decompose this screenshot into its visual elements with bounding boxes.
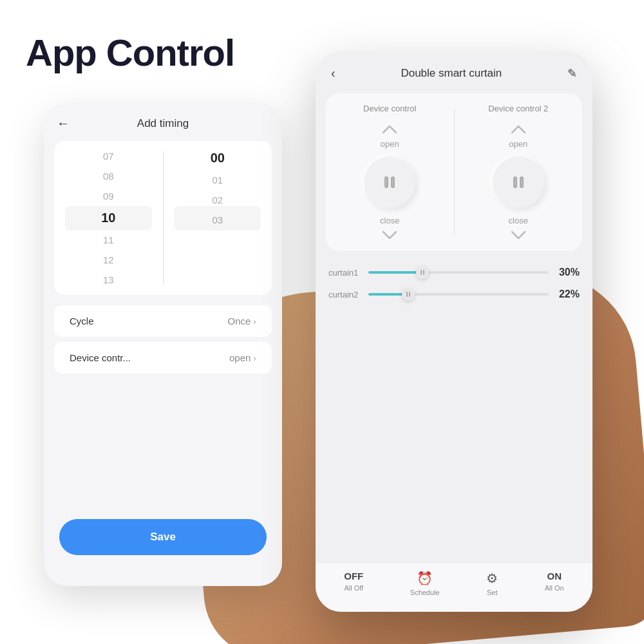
thumb-line bbox=[406, 292, 408, 297]
chevron-down-icon-1 bbox=[381, 229, 399, 241]
close-label-2: close bbox=[509, 216, 528, 225]
curtain2-percent: 22% bbox=[555, 289, 580, 300]
hour-column[interactable]: 07 08 09 10 11 12 13 bbox=[54, 146, 163, 290]
chevron-up-icon-1 bbox=[381, 124, 399, 135]
off-icon: OFF bbox=[344, 571, 363, 582]
minute-column[interactable]: 00 01 02 03 bbox=[164, 146, 272, 290]
hour-12: 12 bbox=[54, 250, 163, 270]
schedule-button[interactable]: ⏰ Schedule bbox=[410, 571, 440, 596]
on-icon: ON bbox=[547, 571, 562, 582]
schedule-label: Schedule bbox=[410, 589, 440, 596]
svg-rect-3 bbox=[520, 177, 523, 187]
all-off-button[interactable]: OFF All Off bbox=[344, 571, 363, 596]
svg-rect-0 bbox=[385, 177, 388, 187]
curtain1-thumb[interactable] bbox=[416, 266, 429, 279]
thumb-line bbox=[423, 270, 424, 275]
all-off-label: All Off bbox=[344, 584, 363, 592]
curtain1-percent: 30% bbox=[555, 267, 580, 278]
curtain2-label: curtain2 bbox=[328, 290, 362, 299]
set-label: Set bbox=[487, 589, 498, 596]
thumb-line bbox=[409, 292, 410, 297]
minute-00-selected: 00 bbox=[164, 146, 272, 170]
curtain2-slider-row: curtain2 22% bbox=[328, 289, 580, 300]
curtain1-label: curtain1 bbox=[328, 268, 362, 278]
page-title: App Control bbox=[26, 31, 234, 74]
thumb-line bbox=[421, 270, 422, 275]
hour-07: 07 bbox=[54, 146, 163, 166]
bottom-bar: OFF All Off ⏰ Schedule ⚙ Set ON All On bbox=[316, 562, 592, 612]
save-button[interactable]: Save bbox=[59, 519, 267, 555]
pause-button-1[interactable] bbox=[364, 156, 415, 208]
svg-rect-2 bbox=[514, 177, 516, 187]
curtain1-fill bbox=[368, 271, 422, 274]
device-control-setting[interactable]: Device contr... open › bbox=[54, 342, 272, 374]
phone2-header: ‹ Double smart curtain ✎ bbox=[316, 52, 592, 91]
device-control-area: Device control open close bbox=[326, 93, 582, 251]
open-label-1: open bbox=[381, 139, 399, 149]
device-col-1: Device control open close bbox=[331, 104, 449, 241]
minute-02: 02 bbox=[164, 190, 272, 210]
schedule-icon: ⏰ bbox=[417, 571, 433, 586]
open-label-2: open bbox=[509, 139, 527, 149]
cycle-value: Once › bbox=[227, 316, 256, 327]
device-control-label: Device contr... bbox=[70, 352, 131, 363]
curtain1-slider-row: curtain1 30% bbox=[328, 267, 580, 278]
cycle-setting[interactable]: Cycle Once › bbox=[54, 305, 272, 337]
hour-10-selected: 10 bbox=[54, 206, 163, 230]
chevron-up-icon-2 bbox=[509, 124, 527, 135]
time-picker[interactable]: 07 08 09 10 11 12 13 00 01 02 03 bbox=[54, 141, 272, 295]
chevron-right-icon: › bbox=[253, 316, 256, 327]
curtain1-track[interactable] bbox=[368, 271, 549, 274]
phone1-header: ← Add timing bbox=[44, 103, 282, 141]
slider-area: curtain1 30% curtain2 bbox=[316, 261, 592, 321]
set-icon: ⚙ bbox=[486, 571, 498, 586]
device-col-2-header: Device control 2 bbox=[488, 104, 548, 113]
curtain2-thumb[interactable] bbox=[402, 288, 415, 301]
hour-09: 09 bbox=[54, 186, 163, 206]
chevron-right-icon2: › bbox=[253, 353, 256, 363]
device-control-value: open › bbox=[229, 352, 256, 363]
pause-button-2[interactable] bbox=[493, 156, 544, 208]
col-divider bbox=[454, 109, 455, 236]
minute-01: 01 bbox=[164, 170, 272, 190]
hour-11: 11 bbox=[54, 230, 163, 250]
phone1-frame: ← Add timing 07 08 09 10 11 12 13 00 01 … bbox=[44, 103, 282, 586]
device-col-1-header: Device control bbox=[363, 104, 416, 113]
hour-13: 13 bbox=[54, 270, 163, 290]
curtain2-track[interactable] bbox=[368, 293, 549, 296]
svg-rect-1 bbox=[392, 177, 394, 187]
phone2-edit-icon[interactable]: ✎ bbox=[567, 66, 577, 80]
phone2-back-icon[interactable]: ‹ bbox=[331, 66, 336, 80]
back-icon[interactable]: ← bbox=[57, 116, 70, 131]
phone2-frame: ‹ Double smart curtain ✎ Device control … bbox=[316, 52, 592, 612]
cycle-label: Cycle bbox=[70, 316, 94, 327]
all-on-label: All On bbox=[545, 584, 564, 592]
all-on-button[interactable]: ON All On bbox=[545, 571, 564, 596]
phone1-title: Add timing bbox=[80, 117, 246, 130]
close-label-1: close bbox=[380, 216, 399, 225]
phone2-title: Double smart curtain bbox=[401, 67, 502, 80]
hour-08: 08 bbox=[54, 166, 163, 186]
minute-03: 03 bbox=[164, 210, 272, 230]
set-button[interactable]: ⚙ Set bbox=[486, 571, 498, 596]
device-col-2: Device control 2 open close bbox=[460, 104, 578, 241]
chevron-down-icon-2 bbox=[509, 229, 527, 241]
